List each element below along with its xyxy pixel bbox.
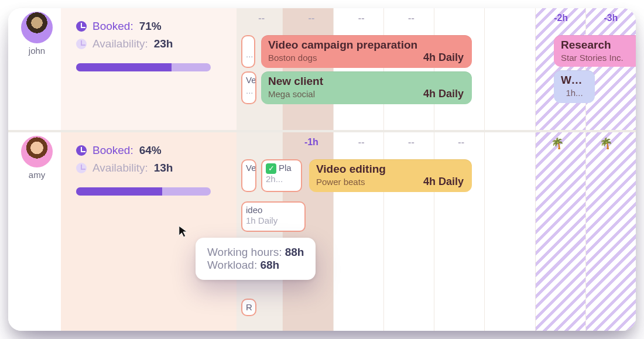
ghost-title: ideo (246, 205, 262, 215)
ghost-sub: ... (246, 49, 254, 59)
task-title: Research (561, 39, 636, 52)
task-ghost[interactable]: ... (241, 35, 255, 68)
task-ghost[interactable]: R (241, 299, 256, 316)
task-block[interactable]: New clientMega social4h Daily (261, 71, 472, 104)
check-icon: ✓ (266, 163, 276, 174)
task-ghost[interactable]: ideo1h Daily (241, 201, 306, 232)
task-title: Video editing (316, 163, 465, 176)
booked-value: 71% (139, 20, 162, 33)
balance-cell (486, 8, 536, 28)
summary-panel: Booked:64%Availability:13h (61, 132, 237, 331)
schedule-area[interactable]: -1h------🌴🌴Ve✓Pla2h...ideo1h DailyRVideo… (237, 132, 636, 331)
balance-cell (237, 132, 286, 152)
task-ghost[interactable]: ✓Pla2h... (261, 159, 302, 192)
cursor-icon (178, 225, 189, 238)
booked-stat: Booked:71% (76, 20, 226, 33)
balance-cell: -- (337, 8, 386, 28)
ghost-title: R (246, 302, 252, 312)
utilization-bar[interactable] (76, 63, 211, 71)
balance-cell: -- (237, 8, 286, 28)
avatar[interactable] (21, 12, 53, 43)
tooltip-workload-label: Workload: (207, 259, 257, 271)
workload-tooltip: Working hours: 88h Workload: 68h (196, 238, 316, 280)
balance-header: -1h------ (237, 132, 636, 152)
clock-icon (76, 145, 87, 156)
tooltip-working-label: Working hours: (207, 246, 282, 258)
booked-label: Booked: (93, 20, 133, 33)
task-block[interactable]: ResearchStar Stories Inc. (554, 35, 636, 67)
clock-icon (76, 39, 87, 49)
task-ghost[interactable]: Ve (241, 159, 256, 192)
clock-icon (76, 163, 87, 173)
balance-cell: -- (436, 132, 486, 152)
availability-stat: Availability:23h (76, 37, 226, 50)
availability-label: Availability: (93, 162, 148, 174)
balance-cell (436, 8, 486, 28)
task-rate: 4h Daily (423, 88, 464, 100)
utilization-fill (76, 63, 172, 71)
booked-value: 64% (139, 144, 162, 157)
balance-header: ---------2h-3h (237, 8, 636, 28)
task-ghost[interactable]: Ve... (241, 71, 256, 104)
tooltip-workload-value: 68h (260, 259, 279, 271)
availability-stat: Availability:13h (76, 162, 226, 174)
schedule-area[interactable]: ---------2h-3h...Ve...Video campaign pre… (237, 8, 636, 130)
task-title: Video campaign preparation (268, 39, 465, 52)
task-block[interactable]: Video editingPower beats4h Daily (309, 159, 472, 192)
task-rate: 4h Daily (423, 52, 464, 64)
task-subtitle: 1h... (561, 88, 588, 98)
ghost-sub: 1h Daily (246, 215, 278, 225)
ghost-title: Ve (246, 75, 256, 85)
task-block[interactable]: Week1h... (554, 70, 595, 103)
balance-cell: -- (286, 8, 336, 28)
person-row: johnBooked:71%Availability:23h---------2… (8, 8, 636, 130)
balance-cell: -3h (586, 8, 636, 28)
person-row: amyBooked:64%Availability:13h-1h------🌴🌴… (8, 132, 636, 331)
balance-cell: -- (386, 132, 436, 152)
task-subtitle: Star Stories Inc. (561, 53, 636, 63)
person-name: amy (14, 170, 60, 180)
balance-cell: -1h (286, 132, 336, 152)
balance-cell (486, 132, 536, 152)
utilization-fill (76, 187, 162, 196)
task-block[interactable]: Video campaign preparationBoston dogs4h … (261, 35, 472, 68)
avatar[interactable] (21, 136, 53, 167)
availability-label: Availability: (93, 37, 148, 50)
palm-icon: 🌴 (551, 137, 564, 150)
summary-panel: Booked:71%Availability:23h (61, 8, 237, 130)
booked-stat: Booked:64% (76, 144, 226, 157)
clock-icon (76, 21, 87, 32)
task-title: Week (561, 74, 588, 87)
balance-cell: -- (386, 8, 436, 28)
person-name: john (14, 46, 60, 56)
balance-cell: -- (337, 132, 386, 152)
person-rail: john (8, 8, 61, 130)
ghost-sub: 2h... (266, 174, 283, 184)
ghost-title: Ve (246, 163, 256, 173)
balance-cell: -2h (536, 8, 586, 28)
utilization-bar[interactable] (76, 187, 211, 196)
ghost-title: Pla (279, 163, 292, 173)
palm-icon: 🌴 (600, 137, 612, 150)
schedule-card: johnBooked:71%Availability:23h---------2… (8, 8, 636, 331)
task-rate: 4h Daily (423, 176, 464, 188)
availability-value: 23h (154, 37, 173, 50)
booked-label: Booked: (93, 144, 133, 157)
availability-value: 13h (154, 162, 173, 174)
task-title: New client (268, 75, 465, 88)
ghost-sub: ... (246, 85, 254, 95)
person-rail: amy (8, 132, 61, 331)
tooltip-working-value: 88h (285, 246, 304, 258)
